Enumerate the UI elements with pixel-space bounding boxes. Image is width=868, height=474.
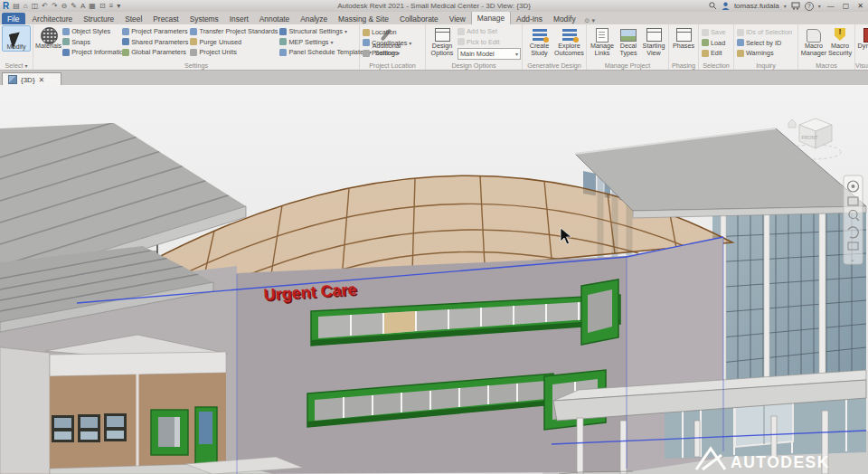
section-icon[interactable]: ⊡	[99, 2, 106, 11]
warnings-button[interactable]: Warnings	[737, 48, 795, 59]
revit-logo-icon[interactable]: R	[3, 2, 9, 11]
file-menu-icon[interactable]: ▤	[13, 2, 20, 11]
panel-label-macros: Macros	[798, 62, 854, 70]
location-button[interactable]: Location	[363, 27, 422, 38]
global-parameters-button[interactable]: Global Parameters	[122, 47, 188, 58]
manage-links-button[interactable]: Manage Links	[589, 25, 616, 56]
panel-macros: Macro Manager Macro Security Macros	[798, 24, 855, 70]
project-parameters-button[interactable]: Project Parameters	[122, 26, 188, 37]
tab-collaborate[interactable]: Collaborate	[394, 13, 444, 24]
edit-selection-button[interactable]: Edit	[702, 48, 731, 59]
open-icon[interactable]: ⌂	[24, 2, 28, 11]
close-button[interactable]: ✕	[855, 2, 865, 10]
tab-add-ins[interactable]: Add-Ins	[511, 13, 548, 24]
transfer-project-standards-button[interactable]: Transfer Project Standards	[190, 26, 278, 37]
viewcube-front-face[interactable]: FRONT	[802, 135, 819, 140]
print-icon[interactable]: ⊖	[61, 2, 68, 11]
macro-security-button[interactable]: Macro Security	[827, 25, 853, 56]
tab-annotate[interactable]: Annotate	[254, 13, 296, 24]
explore-outcomes-icon	[561, 27, 578, 42]
navbar-more-arrow-icon[interactable]: ⌄	[850, 256, 855, 262]
structural-settings-button[interactable]: Structural Settings▾	[279, 26, 371, 37]
quick-access-toolbar: R ▤ ⌂ ◫ ↶ ↷ ⊖ ✎ A ▦ ⊡ ≡ ▾	[3, 2, 120, 11]
view-tab-close-icon[interactable]: ✕	[39, 76, 45, 84]
3d-view-icon[interactable]: ▦	[89, 2, 96, 11]
tab-steel[interactable]: Steel	[119, 13, 147, 24]
panel-label-select[interactable]: Select ▾	[0, 62, 33, 70]
tab-systems[interactable]: Systems	[184, 13, 224, 24]
tab-analyze[interactable]: Analyze	[295, 13, 333, 24]
user-menu-arrow-icon[interactable]: ▾	[784, 3, 787, 9]
signed-in-username[interactable]: tomasz.fudala	[734, 2, 779, 10]
minimize-button[interactable]: —	[826, 2, 836, 10]
tab-architecture[interactable]: Architecture	[27, 13, 79, 24]
viewport[interactable]: Urgent Care Urgent Care	[0, 85, 868, 474]
design-options-button[interactable]: Design Options	[428, 25, 457, 56]
purge-unused-button[interactable]: Purge Unused	[190, 37, 278, 48]
panel-label-manage-project: Manage Project	[587, 62, 668, 70]
starting-view-button[interactable]: Starting View	[641, 25, 666, 56]
urgent-care-building[interactable]: Urgent Care Urgent Care	[237, 237, 723, 474]
phases-button[interactable]: Phases	[671, 25, 696, 50]
text-icon[interactable]: A	[80, 2, 85, 11]
ids-of-selection-icon	[737, 29, 744, 36]
select-by-id-button[interactable]: Select by ID	[737, 38, 795, 49]
help-menu-arrow-icon[interactable]: ▾	[818, 3, 821, 9]
active-design-option-dropdown[interactable]: Main Model▾	[458, 48, 521, 60]
coordinates-button[interactable]: Coordinates▾	[363, 38, 422, 49]
navigation-bar[interactable]: ⌄	[844, 175, 863, 264]
dropdown-arrow-icon: ▾	[397, 50, 400, 56]
panel-schedule-templates-button[interactable]: Panel Schedule Templates▾	[279, 47, 371, 58]
tab-manage[interactable]: Manage	[471, 11, 511, 24]
panel-generative-design: Create Study Explore Outcomes Generative…	[523, 24, 587, 70]
modify-button[interactable]: Modify	[2, 25, 31, 52]
snaps-icon	[62, 38, 70, 45]
decal-types-button[interactable]: Decal Types	[616, 25, 641, 56]
measure-icon[interactable]: ✎	[71, 2, 77, 11]
design-options-icon	[434, 27, 450, 42]
app-store-icon[interactable]	[791, 2, 800, 10]
create-study-button[interactable]: Create Study	[524, 25, 554, 56]
tab-structure[interactable]: Structure	[78, 13, 119, 24]
object-styles-button[interactable]: Object Styles	[62, 26, 120, 37]
explore-outcomes-button[interactable]: Explore Outcomes	[554, 25, 584, 56]
project-units-button[interactable]: Project Units	[190, 47, 278, 58]
pick-to-edit-button: Pick to Edit	[458, 37, 519, 48]
thin-lines-icon[interactable]: ≡	[109, 2, 114, 11]
dynamo-button[interactable]: Dynamo	[857, 25, 868, 50]
snaps-button[interactable]: Snaps	[62, 37, 120, 48]
load-selection-button[interactable]: Load	[702, 38, 731, 49]
viewport-3d-scene: Urgent Care Urgent Care	[0, 85, 868, 474]
restore-button[interactable]: ▢	[841, 2, 852, 10]
position-button[interactable]: Position▾	[363, 48, 422, 59]
tab-view[interactable]: View	[444, 13, 471, 24]
shared-parameters-button[interactable]: Shared Parameters	[122, 37, 188, 48]
search-icon[interactable]	[709, 2, 717, 10]
macro-manager-button[interactable]: Macro Manager	[800, 25, 827, 56]
help-icon[interactable]: ?	[805, 2, 814, 11]
coordinates-icon	[363, 39, 370, 46]
undo-icon[interactable]: ↶	[42, 2, 48, 11]
tab-massing-site[interactable]: Massing & Site	[333, 13, 394, 24]
tab-modify[interactable]: Modify	[548, 13, 581, 24]
view-tab-3d[interactable]: {3D} ✕	[2, 72, 61, 86]
starting-view-icon	[646, 27, 662, 42]
panel-label-inquiry: Inquiry	[734, 62, 797, 70]
mep-settings-button[interactable]: MEP Settings▾	[279, 37, 371, 48]
user-avatar-icon[interactable]	[722, 2, 730, 10]
save-icon[interactable]: ◫	[32, 2, 39, 11]
tab-file[interactable]: File	[2, 13, 25, 24]
panel-label-project-location: Project Location	[360, 62, 425, 70]
location-icon	[363, 29, 370, 36]
project-information-icon	[62, 49, 70, 56]
qat-customize-arrow-icon[interactable]: ▾	[117, 2, 120, 11]
tab-precast[interactable]: Precast	[147, 13, 184, 24]
tab-insert[interactable]: Insert	[224, 13, 254, 24]
redo-icon[interactable]: ↷	[52, 2, 58, 11]
project-information-button[interactable]: Project Information	[62, 47, 120, 58]
dropdown-arrow-icon: ▾	[330, 39, 333, 45]
materials-button[interactable]: Materials	[35, 25, 61, 50]
global-parameters-icon	[122, 49, 129, 56]
ribbon-display-toggle-icon[interactable]: ⊙ ▾	[585, 17, 595, 24]
left-wing-windows	[52, 413, 127, 442]
